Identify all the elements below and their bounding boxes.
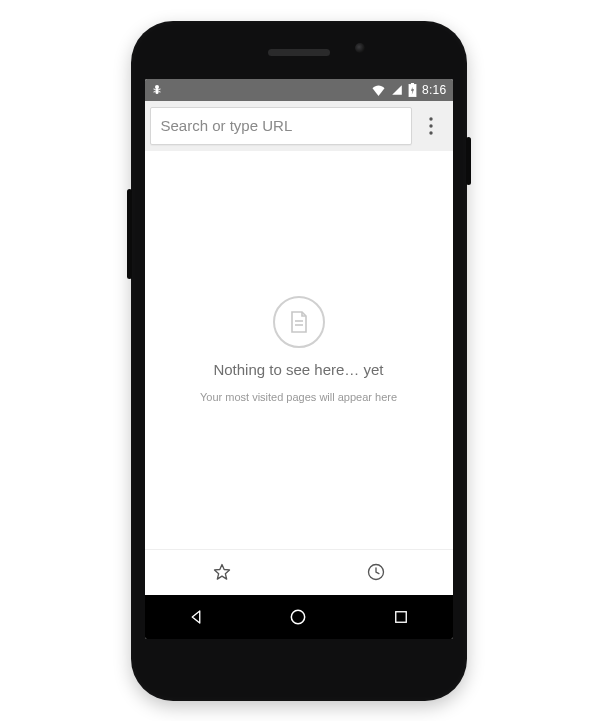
phone-volume-buttons (127, 189, 132, 279)
phone-power-button (466, 137, 471, 185)
more-vertical-icon (429, 117, 433, 135)
svg-rect-1 (155, 88, 158, 94)
svg-point-14 (292, 610, 305, 623)
url-input[interactable]: Search or type URL (150, 107, 412, 145)
svg-rect-7 (411, 83, 414, 85)
svg-rect-15 (396, 611, 407, 622)
back-triangle-icon (187, 608, 205, 626)
wifi-icon (371, 84, 386, 96)
status-clock: 8:16 (422, 83, 447, 97)
status-bar: 8:16 (145, 79, 453, 101)
android-recents-button[interactable] (350, 608, 452, 626)
overflow-menu-button[interactable] (414, 107, 448, 145)
stage: 8:16 Search or type URL (0, 0, 597, 721)
android-back-button[interactable] (145, 608, 247, 626)
star-outline-icon (212, 562, 232, 582)
new-tab-content: Nothing to see here… yet Your most visit… (145, 151, 453, 549)
empty-state-subtitle: Your most visited pages will appear here (200, 391, 397, 403)
document-icon (289, 310, 309, 334)
phone-speaker (268, 49, 330, 56)
bottom-toolbar (145, 549, 453, 595)
empty-state-title: Nothing to see here… yet (213, 361, 383, 378)
svg-line-2 (153, 89, 155, 90)
phone-body: 8:16 Search or type URL (131, 21, 467, 701)
phone-front-camera (355, 43, 365, 53)
history-button[interactable] (299, 550, 453, 595)
cellular-icon (391, 84, 403, 96)
debug-icon (151, 83, 163, 97)
toolbar: Search or type URL (145, 101, 453, 151)
svg-line-4 (153, 91, 155, 92)
recents-square-icon (392, 608, 410, 626)
android-nav-bar (145, 595, 453, 639)
svg-point-10 (429, 131, 432, 134)
home-circle-icon (288, 607, 308, 627)
screen: 8:16 Search or type URL (145, 79, 453, 639)
svg-line-5 (158, 91, 160, 92)
battery-charging-icon (408, 83, 417, 97)
svg-point-8 (429, 117, 432, 120)
empty-state-circle (273, 296, 325, 348)
clock-icon (366, 562, 386, 582)
url-placeholder: Search or type URL (161, 117, 293, 134)
svg-line-3 (158, 89, 160, 90)
android-home-button[interactable] (248, 607, 350, 627)
svg-point-9 (429, 124, 432, 127)
bookmarks-button[interactable] (145, 550, 299, 595)
